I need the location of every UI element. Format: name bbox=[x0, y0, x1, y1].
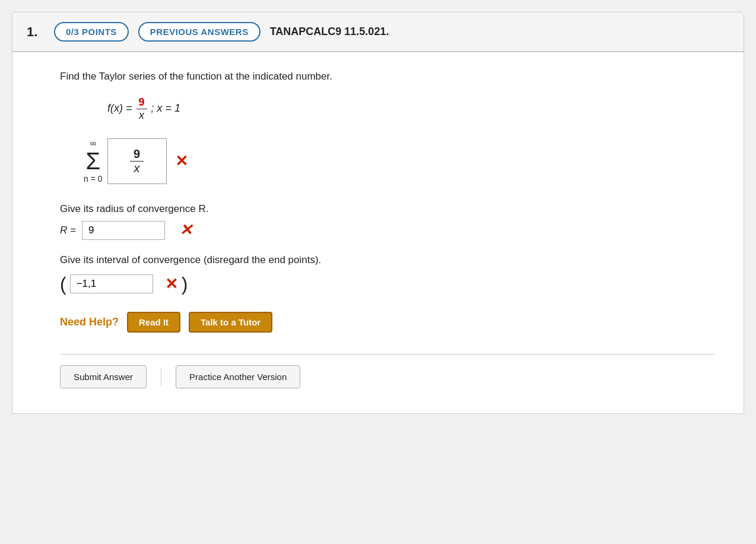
question-number: 1. bbox=[27, 24, 45, 40]
radius-input[interactable] bbox=[82, 221, 165, 240]
sum-denominator: x bbox=[131, 162, 144, 175]
radius-row: R = ✕ bbox=[60, 221, 715, 240]
sum-numerator: 9 bbox=[130, 147, 144, 162]
bottom-buttons: Submit Answer Practice Another Version bbox=[60, 365, 715, 394]
fraction: 9 x bbox=[135, 102, 151, 114]
r-label: R = bbox=[60, 224, 76, 236]
summation-area: ∞ Σ n = 0 9 x ✕ bbox=[84, 138, 715, 184]
function-fraction: 9 x bbox=[136, 96, 147, 122]
function-x-value: ; x = 1 bbox=[151, 102, 181, 114]
previous-answers-button[interactable]: PREVIOUS ANSWERS bbox=[138, 22, 261, 42]
sigma-symbol: Σ bbox=[85, 149, 100, 173]
function-fx: f(x) = bbox=[107, 102, 132, 114]
need-help-row: Need Help? Read It Talk to a Tutor bbox=[60, 312, 715, 333]
function-numerator: 9 bbox=[136, 96, 147, 109]
radius-wrong-icon: ✕ bbox=[179, 221, 192, 239]
question-header: 1. 0/3 POINTS PREVIOUS ANSWERS TANAPCALC… bbox=[12, 12, 744, 52]
interval-section: Give its interval of convergence (disreg… bbox=[60, 254, 715, 295]
practice-another-button[interactable]: Practice Another Version bbox=[176, 365, 300, 388]
interval-wrong-icon: ✕ bbox=[165, 275, 178, 293]
interval-row: ( ✕ ) bbox=[60, 273, 715, 295]
summation-content: 9 x bbox=[130, 147, 144, 175]
problem-instruction: Find the Taylor series of the function a… bbox=[60, 69, 715, 84]
need-help-text: Need Help? bbox=[60, 316, 119, 328]
read-it-button[interactable]: Read It bbox=[127, 312, 180, 333]
open-paren: ( bbox=[60, 273, 66, 295]
function-denominator: x bbox=[136, 109, 147, 122]
interval-label: Give its interval of convergence (disreg… bbox=[60, 254, 715, 266]
sigma-bottom: n = 0 bbox=[84, 174, 103, 184]
sigma-block: ∞ Σ n = 0 bbox=[84, 138, 103, 184]
summation-wrong-icon: ✕ bbox=[175, 152, 188, 170]
sigma-top: ∞ bbox=[90, 138, 96, 148]
points-badge[interactable]: 0/3 POINTS bbox=[54, 22, 129, 42]
button-separator bbox=[161, 368, 161, 385]
function-display: f(x) = 9 x ; x = 1 bbox=[107, 96, 715, 122]
interval-input[interactable] bbox=[70, 274, 153, 293]
close-paren: ) bbox=[182, 273, 188, 295]
radius-section: Give its radius of convergence R. R = ✕ bbox=[60, 203, 715, 240]
divider bbox=[60, 354, 715, 355]
submit-answer-button[interactable]: Submit Answer bbox=[60, 365, 147, 388]
summation-box: 9 x bbox=[107, 138, 167, 184]
problem-id: TANAPCALC9 11.5.021. bbox=[270, 26, 389, 38]
question-body: Find the Taylor series of the function a… bbox=[12, 52, 744, 413]
talk-to-tutor-button[interactable]: Talk to a Tutor bbox=[189, 312, 272, 333]
radius-label: Give its radius of convergence R. bbox=[60, 203, 715, 215]
